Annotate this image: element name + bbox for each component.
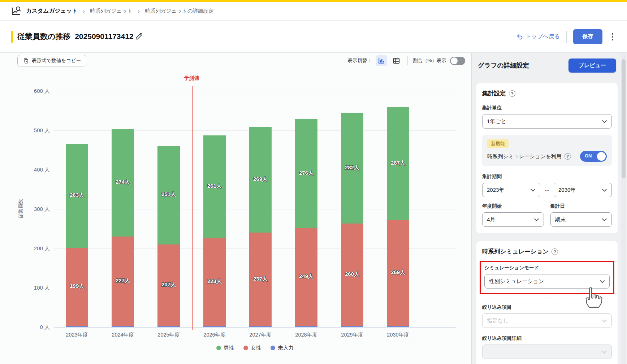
breadcrumb-item-detail: 時系列ガジェットの詳細設定 [145, 8, 214, 14]
bar-value-label: 276人 [290, 170, 323, 177]
period-separator: ～ [544, 186, 550, 194]
new-feature-box: 新機能 時系列シミュレーションを利用 ? ON [482, 135, 612, 166]
legend-dot [271, 346, 275, 350]
unit-label: 集計単位 [482, 105, 612, 111]
agg-day-select[interactable]: 期末 [550, 212, 612, 227]
back-link-label: トップへ戻る [526, 33, 560, 40]
y-tick-label: 400 人 [14, 166, 50, 173]
panel-scrollbar[interactable] [621, 53, 626, 364]
chevron-down-icon [602, 188, 607, 192]
y-tick-label: 500 人 [14, 127, 50, 134]
bar-value-label: 287人 [382, 160, 414, 166]
simulation-toggle-label: 時系列シミュレーションを利用 [487, 153, 562, 160]
app-window: カスタムガジェット › 時系列ガジェット › 時系列ガジェットの詳細設定 従業員… [0, 0, 627, 364]
y-axis-title: 従業員数 [18, 194, 24, 223]
bar-value-label: 269人 [382, 269, 414, 276]
period-from-select[interactable]: 2023年 [482, 183, 540, 197]
bar-value-label: 261人 [198, 183, 231, 190]
card-divider [482, 299, 612, 299]
breadcrumb-separator: › [136, 8, 141, 14]
filter-select: 指定なし [482, 313, 612, 328]
y-tick-label: 200 人 [14, 245, 50, 252]
save-button[interactable]: 保存 [573, 29, 602, 44]
chevron-down-icon [602, 218, 607, 221]
aggregation-settings-card: 集計設定 ? 集計単位 1年ごと 新機能 時系列シミュレーションを利用 ? [476, 83, 618, 233]
bar-value-label: 207人 [152, 281, 185, 288]
edit-title-icon[interactable] [134, 32, 144, 41]
header-divider [566, 31, 567, 43]
bar-value-label: 199人 [61, 283, 93, 290]
bar-value-label: 274人 [107, 179, 139, 186]
bar-value-label: 269人 [244, 176, 277, 183]
bar-value-label: 260人 [336, 271, 368, 278]
help-icon[interactable]: ? [552, 248, 558, 255]
help-icon[interactable]: ? [565, 153, 571, 160]
filter-detail-select [482, 344, 612, 359]
more-menu-icon[interactable] [609, 31, 616, 43]
panel-title: グラフの詳細設定 [478, 61, 529, 70]
bar-value-label: 282人 [336, 164, 368, 171]
filter-detail-label: 絞り込み項目詳細 [482, 335, 612, 342]
breadcrumb-root[interactable]: カスタムガジェット [26, 7, 78, 15]
bar-value-label: 223人 [198, 278, 231, 285]
x-tick-label: 2026年度 [193, 332, 236, 338]
legend-label: 未入力 [278, 344, 294, 351]
x-tick-label: 2027年度 [239, 332, 282, 338]
chevron-down-icon [602, 319, 607, 322]
fiscal-start-value: 4月 [487, 216, 495, 223]
legend-dot [243, 346, 248, 350]
period-label: 集計期間 [482, 173, 612, 180]
y-tick-label: 100 人 [14, 285, 50, 291]
help-icon[interactable]: ? [509, 90, 515, 97]
new-feature-badge: 新機能 [487, 139, 509, 148]
chevron-down-icon [602, 120, 607, 123]
page-title: 従業員数の推移_20250901173412 [17, 31, 134, 42]
aggregation-section-title: 集計設定 [482, 90, 506, 98]
breadcrumb-item-timeseries[interactable]: 時系列ガジェット [90, 8, 133, 14]
filter-label: 絞り込み項目 [482, 304, 612, 311]
x-tick-label: 2024年度 [101, 332, 144, 338]
highlight-red-box: シミュレーションモード 性別シミュレーション [480, 261, 614, 294]
settings-panel: グラフの詳細設定 プレビュー 集計設定 ? 集計単位 1年ごと 新機能 時系列シ… [472, 53, 627, 364]
period-to-select[interactable]: 2030年 [554, 183, 612, 197]
bar-value-label: 227人 [107, 277, 139, 284]
legend-dot [216, 346, 221, 350]
simulation-mode-value: 性別シミュレーション [489, 278, 544, 285]
simulation-section-title: 時系列シミュレーション [482, 248, 549, 256]
agg-day-label: 集計日 [550, 203, 612, 209]
x-tick-label: 2023年度 [55, 332, 99, 338]
undo-arrow-icon [516, 33, 523, 40]
x-axis-line [54, 327, 456, 328]
aggregation-unit-select[interactable]: 1年ごと [482, 114, 612, 129]
bar-value-label: 263人 [61, 192, 93, 199]
aggregation-unit-value: 1年ごと [487, 118, 506, 125]
chart-legend: 男性女性未入力 [54, 344, 456, 351]
y-gridline [54, 91, 456, 91]
title-bar: 従業員数の推移_20250901173412 トップへ戻る 保存 [0, 21, 627, 53]
bar-value-label: 237人 [244, 276, 277, 282]
agg-day-value: 期末 [555, 216, 566, 223]
breadcrumb: カスタムガジェット › 時系列ガジェット › 時系列ガジェットの詳細設定 [0, 2, 627, 21]
back-to-top-link[interactable]: トップへ戻る [516, 33, 560, 40]
preview-button[interactable]: プレビュー [568, 58, 616, 73]
period-from-value: 2023年 [487, 187, 504, 194]
legend-label: 女性 [251, 344, 261, 351]
bar-value-label: 251人 [152, 191, 185, 198]
prediction-label: 予測値 [177, 75, 206, 82]
x-tick-label: 2029年度 [330, 332, 374, 338]
legend-item-男性: 男性 [216, 344, 234, 351]
timeseries-simulation-card: 時系列シミュレーション ? シミュレーションモード 性別シミュレーション 絞り込… [476, 241, 618, 364]
y-tick-label: 600 人 [14, 88, 50, 95]
breadcrumb-separator: › [81, 8, 86, 14]
analytics-icon [11, 6, 22, 17]
prediction-line [192, 86, 193, 330]
filter-value: 指定なし [487, 317, 509, 324]
y-tick-label: 0 人 [14, 324, 50, 331]
simulation-mode-select[interactable]: 性別シミュレーション [484, 274, 610, 289]
stacked-bar-chart: 0 人100 人200 人300 人400 人500 人600 人従業員数3人1… [0, 53, 472, 364]
bar-value-label: 249人 [290, 273, 323, 280]
chart-section: 表形式で数値をコピー 表示切替： [0, 53, 472, 364]
fiscal-start-select[interactable]: 4月 [482, 212, 544, 227]
timeseries-simulation-toggle[interactable]: ON [580, 151, 607, 162]
chevron-down-icon [600, 280, 605, 283]
